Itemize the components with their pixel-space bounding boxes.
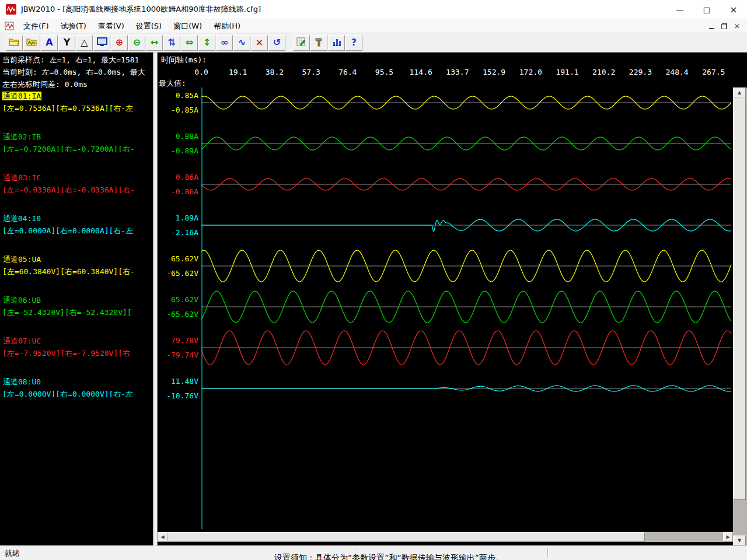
min-label-UC: -79.74V bbox=[158, 351, 198, 359]
hammer-icon bbox=[314, 37, 324, 48]
channel-label-7[interactable]: 通道07:UC bbox=[2, 336, 41, 346]
channel-values-3: [左=-0.0336A][右=-0.0336A][右- bbox=[2, 185, 153, 195]
expand-v-button[interactable]: ↕ bbox=[198, 35, 215, 51]
window-title: JBW2010 - [高阳消弧线圈接地系统1000欧姆A相90度非故障线路.cf… bbox=[21, 4, 261, 15]
channel-values-5: [左=60.3840V][右=60.3840V][右- bbox=[2, 267, 153, 277]
cursor-move-button[interactable]: ⇅ bbox=[163, 35, 180, 51]
mdi-restore-button[interactable] bbox=[718, 21, 731, 32]
help-button[interactable]: ? bbox=[345, 35, 362, 51]
horizontal-scrollbar[interactable]: ◀ ▶ bbox=[158, 532, 733, 542]
close-button[interactable]: × bbox=[720, 0, 747, 19]
restore-icon bbox=[721, 23, 727, 29]
app-icon bbox=[6, 4, 16, 15]
menu-item-view[interactable]: 查看(V) bbox=[92, 19, 130, 33]
h-scroll-thumb[interactable] bbox=[167, 532, 645, 542]
time-tick: 95.5 bbox=[375, 68, 393, 76]
time-tick: 114.6 bbox=[410, 68, 432, 76]
channel-values-7: [左=-7.9520V][右=-7.9520V][右 bbox=[2, 348, 153, 359]
channel-label-8[interactable]: 通道08:U0 bbox=[2, 377, 41, 387]
max-label-I0: 1.89A bbox=[158, 214, 198, 222]
menu-item-settings[interactable]: 设置(S) bbox=[130, 19, 167, 33]
time-tick: 172.0 bbox=[519, 68, 542, 76]
min-label-IB: -0.89A bbox=[158, 146, 198, 155]
channel-label-2[interactable]: 通道02:IB bbox=[2, 132, 41, 142]
scroll-left-button[interactable]: ◀ bbox=[158, 532, 167, 542]
mdi-window-controls: × bbox=[705, 21, 743, 32]
channel-label-text: 通道04:I0 bbox=[2, 214, 41, 223]
time-tick: 133.7 bbox=[446, 68, 469, 76]
triangle-button[interactable]: △ bbox=[76, 35, 93, 51]
document-icon bbox=[5, 22, 14, 30]
edit-grid-icon bbox=[296, 37, 307, 48]
menu-item-file[interactable]: 文件(F) bbox=[18, 19, 55, 33]
h-scroll-track[interactable] bbox=[167, 532, 723, 542]
toolbar-separator bbox=[286, 35, 293, 51]
time-tick: 152.9 bbox=[483, 68, 505, 76]
menu-item-help[interactable]: 帮助(H) bbox=[208, 19, 246, 33]
status-divider bbox=[547, 548, 549, 558]
harmonics-button[interactable] bbox=[328, 35, 345, 51]
mdi-minimize-button[interactable] bbox=[705, 21, 718, 32]
channel-label-4[interactable]: 通道04:I0 bbox=[2, 214, 41, 224]
scroll-right-button[interactable]: ▶ bbox=[723, 532, 733, 542]
scroll-up-button[interactable]: ▲ bbox=[733, 88, 746, 97]
scroll-down-button[interactable]: ▼ bbox=[733, 536, 746, 545]
time-tick: 38.2 bbox=[266, 68, 284, 76]
min-label-U0: -10.76V bbox=[158, 391, 198, 400]
channel-label-6[interactable]: 通道06:UB bbox=[2, 295, 41, 306]
channel-label-1[interactable]: 通道01:IA bbox=[2, 91, 41, 102]
delete-button[interactable]: × bbox=[251, 35, 268, 51]
phasor-y-icon: Y bbox=[64, 38, 71, 47]
screen-icon bbox=[97, 37, 107, 48]
phasor-button[interactable]: Y bbox=[58, 35, 75, 51]
zoom-in-circle-icon: ⊕ bbox=[116, 38, 123, 47]
letter-a-icon: A bbox=[46, 38, 53, 47]
title-bar: JBW2010 - [高阳消弧线圈接地系统1000欧姆A相90度非故障线路.cf… bbox=[0, 0, 747, 19]
compress-horizontal-icon: ↔ bbox=[151, 38, 158, 47]
min-label-IA: -0.85A bbox=[158, 106, 198, 114]
undo-icon: ↺ bbox=[273, 38, 281, 47]
open-data-button[interactable] bbox=[23, 35, 40, 51]
max-label-UC: 79.78V bbox=[158, 336, 198, 345]
panel-splitter[interactable] bbox=[153, 52, 158, 545]
time-tick: 57.3 bbox=[302, 68, 320, 76]
font-button[interactable]: A bbox=[41, 35, 58, 51]
channel-label-text: 通道07:UC bbox=[2, 337, 41, 345]
channel-info-panel: 当前采样点: 左=1, 右=1, 最大=1581当前时刻: 左=0.0ms, 右… bbox=[0, 52, 153, 545]
waveform-panel: 时间轴(ms): 0.019.138.257.376.495.5114.6133… bbox=[158, 52, 747, 545]
time-tick: 191.1 bbox=[556, 68, 578, 76]
channel-label-text: 通道05:UA bbox=[2, 255, 41, 264]
max-label-UA: 65.62V bbox=[158, 254, 198, 263]
minimize-button[interactable]: — bbox=[666, 0, 693, 19]
undo-button[interactable]: ↺ bbox=[268, 35, 285, 51]
channel-values-6: [左=-52.4320V][右=-52.4320V][ bbox=[2, 307, 153, 318]
link-cursor-button[interactable]: ∞ bbox=[216, 35, 233, 51]
v-scroll-thumb[interactable] bbox=[733, 97, 746, 500]
menu-item-window[interactable]: 窗口(W) bbox=[167, 19, 208, 33]
max-label-UB: 65.62V bbox=[158, 295, 198, 304]
folder-data-icon bbox=[26, 37, 37, 48]
infinity-icon: ∞ bbox=[221, 38, 228, 47]
display-button[interactable] bbox=[93, 35, 110, 51]
mdi-close-button[interactable]: × bbox=[731, 21, 743, 32]
tools-button[interactable] bbox=[310, 35, 327, 51]
time-tick: 19.1 bbox=[229, 68, 247, 76]
channel-values-8: [左=0.0000V][右=0.0000V][右-左 bbox=[2, 389, 153, 400]
sine-wave-button[interactable]: ∿ bbox=[233, 35, 250, 51]
zoom-in-button[interactable]: ⊕ bbox=[111, 35, 128, 51]
channel-label-3[interactable]: 通道03:IC bbox=[2, 173, 41, 183]
channel-values-2: [左=-0.7200A][右=-0.7200A][右- bbox=[2, 144, 153, 155]
expand-h-button[interactable]: ⇔ bbox=[181, 35, 198, 51]
time-tick: 267.5 bbox=[702, 68, 725, 76]
vertical-scrollbar[interactable]: ▲ ▼ bbox=[733, 88, 747, 545]
open-file-button[interactable] bbox=[6, 35, 23, 51]
menu-item-test[interactable]: 试验(T) bbox=[55, 19, 92, 33]
edit-params-button[interactable] bbox=[293, 35, 310, 51]
v-scroll-track[interactable] bbox=[733, 97, 747, 536]
max-label-U0: 11.48V bbox=[158, 377, 198, 386]
max-label-IB: 0.88A bbox=[158, 132, 198, 141]
channel-label-5[interactable]: 通道05:UA bbox=[2, 254, 41, 265]
zoom-out-button[interactable]: ⊖ bbox=[128, 35, 145, 51]
compress-h-button[interactable]: ↔ bbox=[146, 35, 163, 51]
maximize-button[interactable]: □ bbox=[693, 0, 720, 19]
